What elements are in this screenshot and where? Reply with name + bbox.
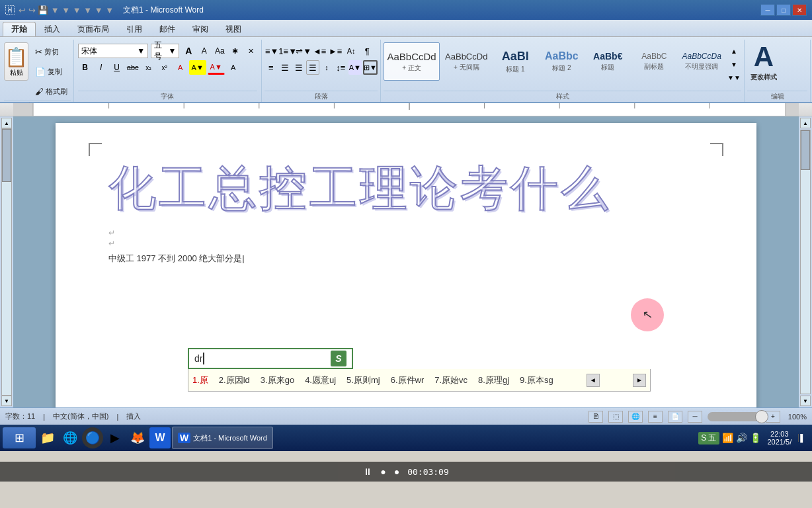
volume-icon[interactable]: 🔊 (736, 433, 747, 443)
active-word-task[interactable]: W 文档1 - Microsoft Word (172, 427, 273, 449)
view-fullscreen-btn[interactable]: ⬚ (608, 411, 623, 423)
text-direction-btn[interactable]: ↕ (321, 60, 333, 75)
ime-candidate-1[interactable]: 1.原 (192, 374, 208, 386)
ime-candidate-5[interactable]: 5.原则mj (346, 374, 380, 386)
view-draft-btn[interactable]: 📄 (668, 411, 682, 423)
vertical-scroll-thumb[interactable] (2, 129, 11, 182)
tab-shitu[interactable]: 视图 (217, 22, 250, 36)
maximize-btn[interactable]: □ (776, 4, 791, 16)
text-effect-btn[interactable]: A (173, 60, 188, 75)
scroll-right-down-btn[interactable]: ▼ (800, 396, 811, 406)
tab-kaishi[interactable]: 开始 (3, 22, 36, 36)
bold-btn[interactable]: B (78, 60, 93, 75)
decrease-indent-btn[interactable]: ◄≡ (312, 44, 327, 58)
format-painter-button[interactable]: 🖌 格式刷 (30, 82, 72, 101)
shrink-font-btn[interactable]: A (198, 44, 211, 58)
view-normal-btn[interactable]: 🖹 (589, 411, 603, 423)
bullets-btn[interactable]: ≡▼ (264, 44, 279, 58)
style-emphasis[interactable]: AaBbCcDa 不明显强调 (678, 42, 725, 81)
copy-format-btn[interactable]: ✱ (229, 44, 242, 58)
document-page[interactable]: 化工总控工理论考什么 ↵ ↵ 中级工 1977 不到 2000 绝大部分是| d… (56, 123, 756, 407)
style-subtitle[interactable]: AaBbC 副标题 (631, 42, 676, 81)
start-button[interactable]: ⊞ (3, 427, 36, 448)
zoom-level[interactable]: 100% (786, 413, 807, 421)
ime-candidate-7[interactable]: 7.原始vc (434, 374, 467, 386)
taskbar-browser-ie[interactable]: 🌐 (60, 427, 81, 448)
align-right-btn[interactable]: ☰ (292, 60, 305, 75)
taskbar-word[interactable]: W (149, 427, 171, 448)
show-marks-btn[interactable]: ¶ (360, 44, 374, 58)
numbering-btn[interactable]: 1≡▼ (280, 44, 295, 58)
scroll-down-btn[interactable]: ▼ (1, 396, 12, 406)
tab-youjian[interactable]: 邮件 (151, 22, 184, 36)
style-normal[interactable]: AaBbCcDd + 正文 (384, 42, 440, 81)
copy-button[interactable]: 📄 复制 (30, 62, 72, 81)
tab-shencha[interactable]: 审阅 (184, 22, 217, 36)
video-pause-btn[interactable]: ⏸ (363, 466, 372, 477)
tab-yemianbuju[interactable]: 页面布局 (69, 22, 118, 36)
style-h1[interactable]: AaBl 标题 1 (493, 42, 538, 81)
styles-scroll-down[interactable]: ▼ (727, 58, 741, 70)
highlight-color-btn[interactable]: A▼ (189, 60, 206, 75)
paste-button[interactable]: 📋 粘贴 (4, 42, 28, 81)
taskbar-media[interactable]: ▶ (104, 427, 126, 448)
view-outline-btn[interactable]: ≡ (648, 411, 663, 423)
strikethrough-btn[interactable]: abc (126, 60, 140, 75)
vertical-scroll-track[interactable] (1, 128, 12, 396)
underline-btn[interactable]: U (110, 60, 124, 75)
font-size-selector[interactable]: 五号▼ (151, 44, 179, 58)
ime-candidate-8[interactable]: 8.原理gj (478, 374, 509, 386)
taskbar-fox[interactable]: 🦊 (127, 427, 148, 448)
borders-btn[interactable]: ⊞▼ (363, 60, 378, 75)
align-center-btn[interactable]: ☰ (278, 60, 291, 75)
zoom-out-btn[interactable]: ─ (688, 411, 702, 423)
grow-font-btn[interactable]: A (182, 44, 195, 58)
zoom-slider[interactable] (708, 412, 760, 421)
ime-candidate-3[interactable]: 3.原来go (261, 374, 294, 386)
increase-indent-btn[interactable]: ►≡ (328, 44, 343, 58)
ime-tray-icon[interactable]: S 五 (698, 432, 719, 444)
scroll-right-thumb[interactable] (801, 130, 810, 170)
style-nospace[interactable]: AaBbCcDd + 无间隔 (441, 42, 491, 81)
ime-candidate-6[interactable]: 6.原件wr (391, 374, 425, 386)
justify-btn[interactable]: ☰ (306, 60, 319, 75)
minimize-btn[interactable]: ─ (760, 4, 775, 16)
font-color-btn[interactable]: A▼ (208, 60, 225, 75)
ime-candidate-9[interactable]: 9.原本sg (520, 374, 553, 386)
styles-scroll-up[interactable]: ▲ (727, 45, 741, 57)
ime-prev-btn[interactable]: ◄ (587, 374, 600, 387)
italic-btn[interactable]: I (94, 60, 108, 75)
clear-format-btn[interactable]: ✕ (245, 44, 258, 58)
align-left-btn[interactable]: ≡ (264, 60, 277, 75)
line-spacing-btn[interactable]: ↕≡ (335, 60, 347, 75)
zoom-thumb[interactable] (755, 410, 768, 423)
styles-more[interactable]: ▼▼ (727, 71, 741, 83)
ime-candidate-4[interactable]: 4.愿意uj (305, 374, 336, 386)
view-web-btn[interactable]: 🌐 (628, 411, 643, 423)
close-btn[interactable]: ✕ (792, 4, 807, 16)
style-h3[interactable]: AaBb€ 标题 (585, 42, 630, 81)
tab-yinyong[interactable]: 引用 (118, 22, 151, 36)
change-case-btn[interactable]: Aa (214, 44, 227, 58)
ime-input-bar[interactable]: dr S (188, 348, 353, 369)
show-desktop-btn[interactable]: ▌ (798, 434, 807, 442)
scroll-right-track[interactable] (800, 130, 811, 394)
subscript-btn[interactable]: x₂ (142, 60, 156, 75)
scroll-right-up-btn[interactable]: ▲ (800, 118, 811, 128)
taskbar-file-explorer[interactable]: 📁 (37, 427, 58, 448)
taskbar-clock[interactable]: 22:03 2021/5/ (764, 430, 796, 446)
multilevel-btn[interactable]: ⇌▼ (296, 44, 311, 58)
insert-mode[interactable]: 插入 (126, 411, 141, 421)
font-name-selector[interactable]: 宋体▼ (78, 44, 148, 58)
style-h2[interactable]: AaBbc 标题 2 (539, 42, 584, 81)
cut-button[interactable]: ✂ 剪切 (30, 42, 72, 61)
shading-btn[interactable]: A▼ (348, 60, 362, 75)
more-font-btn[interactable]: A (226, 60, 241, 75)
taskbar-browser-chrome[interactable]: 🔵 (82, 427, 103, 448)
change-styles-btn[interactable]: A 更改样式 (747, 42, 780, 81)
ime-candidate-2[interactable]: 2.原因ld (219, 374, 250, 386)
superscript-btn[interactable]: x² (157, 60, 172, 75)
ime-next-btn[interactable]: ► (633, 374, 646, 387)
sort-btn[interactable]: A↕ (344, 44, 358, 58)
scroll-up-btn[interactable]: ▲ (1, 118, 12, 128)
